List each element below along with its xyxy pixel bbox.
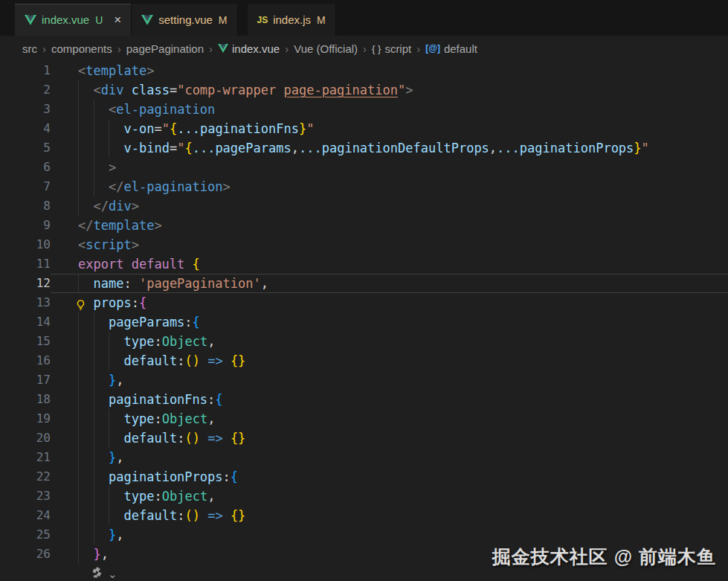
code-line[interactable]: 14pageParams:{ [0, 312, 728, 332]
indent-guide [78, 100, 79, 119]
code-text: props:{ [94, 295, 147, 310]
breadcrumb-item-script[interactable]: { }script [372, 42, 411, 55]
code-line[interactable]: 11export default { [0, 254, 728, 274]
line-number: 16 [0, 351, 51, 370]
indent-guide [94, 119, 94, 138]
line-content: type:Object, [51, 332, 728, 351]
code-text: default:() => {} [124, 431, 246, 446]
line-content: pageParams:{ [51, 312, 728, 332]
line-content: type:Object, [51, 409, 728, 428]
line-content: }, [51, 370, 728, 390]
breadcrumb-item-index-vue[interactable]: index.vue [218, 42, 280, 55]
code-line[interactable]: 16default:() => {} [0, 351, 728, 370]
chevron-down-icon[interactable]: ⌄ [108, 568, 117, 580]
vue-logo-icon [218, 44, 228, 53]
code-line[interactable]: 1<template> [0, 61, 728, 80]
breadcrumb-item-components[interactable]: components [51, 42, 112, 55]
indent-guide [78, 158, 79, 177]
vue-logo-icon [25, 15, 36, 25]
line-content: <template> [51, 61, 728, 80]
code-line[interactable]: 6> [0, 158, 728, 177]
code-line[interactable]: 12name: 'pagePagination', [0, 274, 728, 293]
code-text: <script> [78, 237, 139, 252]
chevron-right-icon: › [209, 42, 213, 55]
breadcrumb-label: script [384, 42, 411, 55]
indent-guide [94, 428, 94, 448]
tab-index.vue[interactable]: index.vueU× [15, 4, 132, 36]
code-line[interactable]: 19type:Object, [0, 409, 728, 428]
javascript-icon: JS [257, 15, 268, 25]
line-content: }, [51, 525, 728, 545]
code-text: }, [94, 547, 109, 562]
indent-guide [78, 370, 79, 390]
breadcrumb-label: Vue (Official) [294, 42, 358, 55]
line-number: 23 [0, 487, 51, 506]
code-line[interactable]: 20default:() => {} [0, 428, 728, 448]
indent-guide [78, 467, 79, 487]
code-line[interactable]: 24default:() => {} [0, 506, 728, 525]
chevron-right-icon: › [117, 42, 121, 55]
code-lines: 1<template>2<div class="comp-wrapper pag… [0, 61, 728, 564]
ai-assistant-icon[interactable] [91, 566, 103, 581]
line-number: 11 [0, 254, 51, 274]
indent-guide [94, 448, 94, 467]
git-status-badge: M [219, 14, 228, 26]
line-number: 6 [0, 158, 51, 177]
code-text: <el-pagination [109, 102, 215, 117]
breadcrumb-item-pagepagination[interactable]: pagePagination [126, 42, 204, 55]
line-content: v-bind="{...pageParams,...paginationDefa… [51, 138, 728, 158]
indent-guide [94, 467, 94, 487]
indent-guide [94, 390, 94, 409]
code-line[interactable]: 21}, [0, 448, 728, 467]
code-line[interactable]: 25}, [0, 525, 728, 545]
code-line[interactable]: 3<el-pagination [0, 100, 728, 119]
code-text: type:Object, [124, 489, 216, 504]
line-content: v-on="{...paginationFns}" [51, 119, 728, 138]
breadcrumb-item-default[interactable]: [@]default [425, 42, 477, 55]
code-line[interactable]: 8</div> [0, 196, 728, 216]
line-content: <script> [51, 235, 728, 254]
breadcrumb-label: components [51, 42, 112, 55]
symbol-module-icon: [@] [425, 43, 440, 54]
line-content: paginationFns:{ [51, 390, 728, 409]
code-line[interactable]: 10<script> [0, 235, 728, 254]
line-number: 24 [0, 506, 51, 525]
code-line[interactable]: 4v-on="{...paginationFns}" [0, 119, 728, 138]
tab-index.js[interactable]: JSindex.jsM [248, 4, 336, 36]
line-number: 21 [0, 448, 51, 467]
line-number: 3 [0, 100, 51, 119]
indent-guide [94, 158, 94, 177]
line-content: default:() => {} [51, 428, 728, 448]
breadcrumb-label: src [22, 42, 37, 55]
line-number: 2 [0, 80, 51, 100]
vscode-window: index.vueU×setting.vueMJSindex.jsM src›c… [0, 0, 728, 581]
indent-guide [94, 506, 94, 525]
code-line[interactable]: 13props:{ [0, 293, 728, 312]
indent-guide [94, 332, 94, 351]
code-text: </el-pagination> [109, 179, 231, 194]
code-line[interactable]: 18paginationFns:{ [0, 390, 728, 409]
close-icon[interactable]: × [114, 13, 121, 26]
code-line[interactable]: 2<div class="comp-wrapper page-paginatio… [0, 80, 728, 100]
line-content: props:{ [51, 293, 728, 312]
code-line[interactable]: 5v-bind="{...pageParams,...paginationDef… [0, 138, 728, 158]
code-line[interactable]: 9</template> [0, 216, 728, 235]
indent-guide [109, 119, 109, 138]
indent-guide [78, 428, 79, 448]
breadcrumb-item-vue--official-[interactable]: Vue (Official) [294, 42, 358, 55]
code-line[interactable]: 23type:Object, [0, 487, 728, 506]
code-line[interactable]: 17}, [0, 370, 728, 390]
vue-logo-icon [141, 15, 153, 25]
code-line[interactable]: 7</el-pagination> [0, 177, 728, 196]
indent-guide [78, 506, 79, 525]
code-line[interactable]: 15type:Object, [0, 332, 728, 351]
git-status-badge: U [95, 14, 103, 26]
code-editor[interactable]: 1<template>2<div class="comp-wrapper pag… [0, 61, 728, 581]
line-number: 4 [0, 119, 51, 138]
breadcrumb-item-src[interactable]: src [22, 42, 37, 55]
indent-guide [78, 138, 79, 158]
code-line[interactable]: 22paginationProps:{ [0, 467, 728, 487]
tab-setting.vue[interactable]: setting.vueM [132, 4, 237, 36]
line-number: 26 [0, 545, 51, 564]
line-number: 17 [0, 370, 51, 390]
